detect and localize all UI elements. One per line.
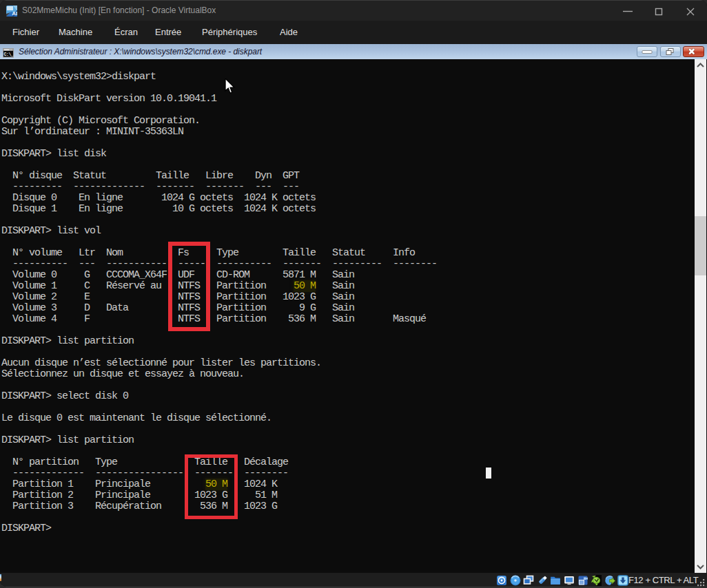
svg-text:C:\_: C:\_ (3, 52, 13, 56)
svg-text:AD: AD (12, 10, 17, 17)
